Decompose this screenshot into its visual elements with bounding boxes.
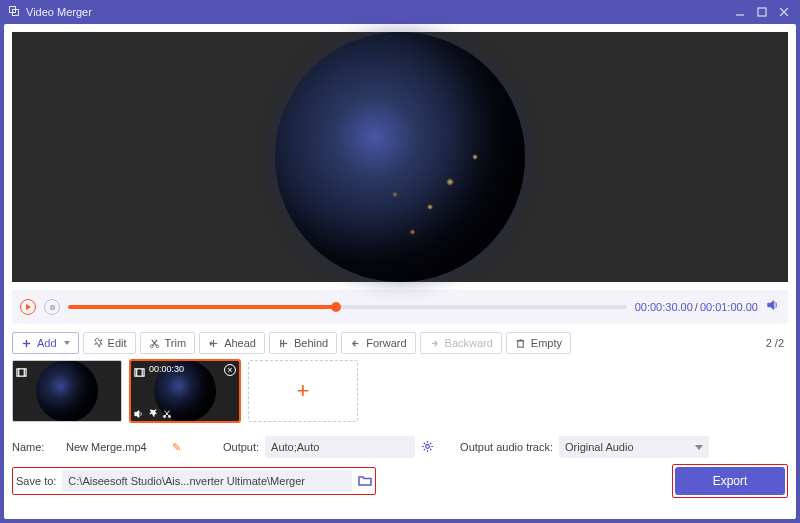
empty-button[interactable]: Empty (506, 332, 571, 354)
settings-panel: Name: New Merge.mp4 ✎ Output: Auto;Auto … (4, 430, 796, 508)
current-time: 00:00:30.00 (635, 301, 693, 313)
toolbar: Add Edit Trim Ahead Behind Forward Backw… (4, 324, 796, 360)
svg-point-38 (426, 444, 430, 448)
save-to-label: Save to: (16, 475, 56, 487)
volume-icon[interactable] (134, 409, 144, 419)
audio-track-label: Output audio track: (460, 441, 553, 453)
chevron-down-icon (64, 341, 70, 345)
playback-controls: 00:00:30.00 / 00:01:00.00 (12, 290, 788, 324)
open-folder-button[interactable] (358, 474, 372, 488)
ahead-button[interactable]: Ahead (199, 332, 265, 354)
clip-counter: 2 /2 (766, 337, 788, 349)
play-button[interactable] (20, 299, 36, 315)
svg-rect-25 (518, 340, 524, 346)
clip-list: 00:00:30 × + (4, 360, 796, 430)
total-time: 00:01:00.00 (700, 301, 758, 313)
output-dropdown[interactable]: Auto;Auto (265, 436, 415, 458)
titlebar: Video Merger (0, 0, 800, 24)
volume-button[interactable] (766, 298, 780, 316)
audio-track-dropdown[interactable]: Original Audio (559, 436, 709, 458)
minimize-button[interactable] (732, 4, 748, 20)
app-icon (8, 5, 20, 19)
save-to-group: Save to: C:\Aiseesoft Studio\Ais...nvert… (12, 467, 376, 495)
film-icon (16, 364, 27, 375)
edit-icon[interactable] (148, 409, 158, 419)
video-frame (275, 32, 525, 282)
edit-button[interactable]: Edit (83, 332, 136, 354)
maximize-button[interactable] (754, 4, 770, 20)
output-settings-button[interactable] (421, 440, 434, 455)
plus-icon: + (297, 378, 310, 404)
remove-clip-button[interactable]: × (224, 364, 236, 376)
output-label: Output: (223, 441, 259, 453)
video-preview[interactable] (12, 32, 788, 282)
clip-item[interactable] (12, 360, 122, 422)
forward-button[interactable]: Forward (341, 332, 415, 354)
backward-button: Backward (420, 332, 502, 354)
clip-duration: 00:00:30 (149, 364, 184, 374)
film-icon (134, 364, 145, 375)
name-value: New Merge.mp4 (66, 441, 166, 453)
clip-item[interactable]: 00:00:30 × (130, 360, 240, 422)
svg-rect-3 (758, 8, 766, 16)
behind-button[interactable]: Behind (269, 332, 337, 354)
name-label: Name: (12, 441, 60, 453)
timeline-slider[interactable] (68, 305, 627, 309)
svg-point-35 (168, 415, 170, 417)
close-button[interactable] (776, 4, 792, 20)
stop-button[interactable] (44, 299, 60, 315)
app-title: Video Merger (26, 6, 92, 18)
save-path-dropdown[interactable]: C:\Aiseesoft Studio\Ais...nverter Ultima… (62, 470, 352, 492)
svg-point-34 (163, 415, 165, 417)
clip-tools (134, 409, 172, 419)
rename-button[interactable]: ✎ (172, 441, 181, 454)
add-clip-slot[interactable]: + (248, 360, 358, 422)
add-button[interactable]: Add (12, 332, 79, 354)
export-button[interactable]: Export (675, 467, 785, 495)
chevron-down-icon (695, 445, 703, 450)
trim-icon[interactable] (162, 409, 172, 419)
trim-button[interactable]: Trim (140, 332, 196, 354)
